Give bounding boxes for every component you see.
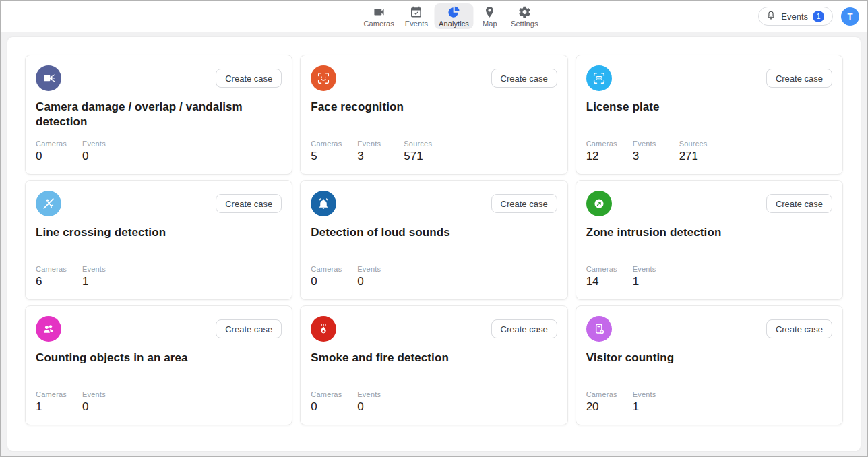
create-case-button[interactable]: Create case [491,319,557,338]
stat-label: Cameras [36,265,77,273]
card-stats: Cameras0Events0 [36,140,282,163]
stat-label: Sources [679,140,720,148]
stat-label: Events [633,390,674,398]
analytics-card[interactable]: Create caseZone intrusion detectionCamer… [576,180,843,300]
analytics-card[interactable]: Create caseLine crossing detectionCamera… [25,180,292,300]
stat-label: Cameras [311,140,352,148]
stat-value: 1 [633,400,674,414]
card-title: Camera damage / overlap / vandalism dete… [36,100,282,130]
stat-value: 0 [311,400,352,414]
card-header: Create case [36,191,282,216]
create-case-button[interactable]: Create case [491,194,557,213]
content-area: Create caseCamera damage / overlap / van… [1,32,867,456]
analytics-card[interactable]: Create caseVisitor countingCameras20Even… [576,305,843,425]
analytics-card[interactable]: Create caseLicense plateCameras12Events3… [576,55,843,175]
nav-item-cameras[interactable]: Cameras [359,3,398,29]
nav-item-map[interactable]: Map [475,3,505,29]
create-case-button[interactable]: Create case [491,69,557,88]
visitor-counting-icon [586,316,612,342]
create-case-button[interactable]: Create case [766,69,832,88]
stat-value: 0 [82,150,123,163]
loud-sounds-icon [311,191,336,216]
card-stats: Cameras5Events3Sources571 [311,140,557,163]
analytics-card[interactable]: Create caseCamera damage / overlap / van… [25,55,292,175]
stat-label: Events [357,390,398,398]
analytics-card[interactable]: Create caseDetection of loud soundsCamer… [300,180,567,300]
license-plate-icon [586,65,612,91]
stat-label: Events [82,265,123,273]
card-header: Create case [586,191,832,216]
stat-events: Events0 [357,265,404,288]
nav-label-settings: Settings [511,20,538,28]
analytics-card[interactable]: Create caseFace recognitionCameras5Event… [300,55,567,175]
card-stats: Cameras12Events3Sources271 [586,140,832,163]
map-pin-icon [483,5,497,19]
card-title: License plate [586,100,832,115]
card-stats: Cameras1Events0 [36,390,282,414]
card-title: Detection of loud sounds [311,225,557,240]
stat-label: Cameras [586,265,627,273]
stat-cameras: Cameras0 [311,390,357,414]
stat-cameras: Cameras20 [586,390,633,414]
card-title: Zone intrusion detection [586,225,832,240]
stat-sources: Sources271 [679,140,726,163]
nav-item-settings[interactable]: Settings [506,3,543,29]
stat-label: Sources [404,140,445,148]
stat-value: 0 [357,275,398,288]
card-header: Create case [311,191,557,216]
main-nav: CamerasEventsAnalyticsMapSettings [359,1,542,32]
user-avatar[interactable]: T [841,7,859,26]
stat-label: Cameras [311,265,352,273]
stat-events: Events0 [82,140,129,163]
stat-sources: Sources571 [404,140,450,163]
card-title: Visitor counting [586,351,832,365]
stat-value: 0 [82,400,123,414]
stat-cameras: Cameras12 [586,140,633,163]
stat-label: Events [633,265,674,273]
card-header: Create case [311,65,557,91]
stat-events: Events1 [633,265,679,288]
create-case-button[interactable]: Create case [766,194,832,213]
stat-events: Events3 [357,140,404,163]
line-crossing-icon [36,191,61,216]
card-header: Create case [311,316,557,342]
stat-value: 12 [586,150,627,163]
stat-label: Events [633,140,674,148]
card-header: Create case [36,316,282,342]
card-title: Smoke and fire detection [311,351,557,365]
stat-cameras: Cameras5 [311,140,357,163]
nav-item-events[interactable]: Events [400,3,433,29]
stat-value: 0 [36,150,77,163]
create-case-button[interactable]: Create case [216,319,282,338]
create-case-button[interactable]: Create case [216,194,282,213]
stat-value: 0 [311,275,352,288]
stat-cameras: Cameras0 [311,265,357,288]
events-count-badge: 1 [813,11,824,22]
top-right-actions: Events 1 T [758,1,859,32]
stat-label: Cameras [36,390,77,398]
stat-value: 5 [311,150,352,163]
create-case-button[interactable]: Create case [766,319,832,338]
stat-label: Cameras [311,390,352,398]
stat-label: Events [357,140,398,148]
zone-intrusion-icon [586,191,612,216]
gear-icon [518,5,531,19]
smoke-fire-icon [311,316,336,342]
nav-label-cameras: Cameras [363,20,394,28]
nav-item-analytics[interactable]: Analytics [434,3,474,29]
stat-value: 20 [586,400,627,414]
stat-value: 3 [633,150,674,163]
stat-cameras: Cameras6 [36,265,82,288]
stat-label: Cameras [586,140,627,148]
camera-damage-icon [36,65,61,91]
analytics-card[interactable]: Create caseSmoke and fire detectionCamer… [300,305,567,425]
events-notifications-button[interactable]: Events 1 [758,7,833,26]
analytics-card[interactable]: Create caseCounting objects in an areaCa… [25,305,292,425]
bell-icon [766,10,776,23]
stat-events: Events3 [633,140,679,163]
nav-label-analytics: Analytics [439,20,469,28]
nav-label-events: Events [405,20,428,28]
create-case-button[interactable]: Create case [216,69,282,88]
card-stats: Cameras14Events1 [586,265,832,288]
card-title: Face recognition [311,100,557,115]
